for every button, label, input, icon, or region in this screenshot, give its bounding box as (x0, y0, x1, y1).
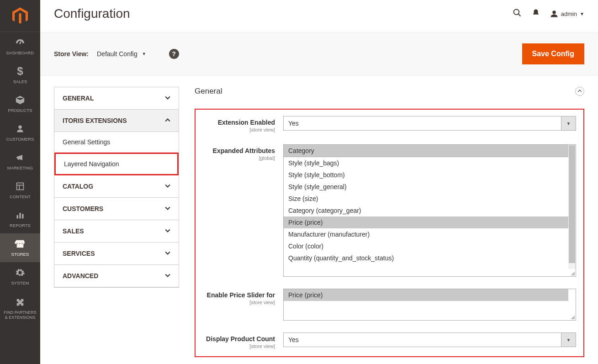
header-actions: admin ▼ (513, 8, 584, 20)
scrollbar[interactable] (568, 145, 576, 276)
chevron-down-icon (165, 206, 170, 212)
svg-rect-3 (17, 183, 24, 190)
field-expanded-attributes: Expanded Attributes [global] CategorySty… (196, 144, 576, 277)
notifications-icon[interactable] (532, 8, 540, 20)
chevron-down-icon: ▼ (561, 116, 576, 131)
sidebar-item-label: STORES (11, 252, 29, 257)
magento-logo[interactable] (0, 0, 40, 32)
store-view-switcher[interactable]: Default Config ▼ (97, 50, 146, 58)
multiselect-option[interactable]: Manufacturer (manufacturer) (284, 228, 568, 240)
field-price-slider: Enable Price Slider for [store view] Pri… (196, 289, 576, 321)
chevron-down-icon: ▼ (580, 11, 584, 16)
svg-point-9 (513, 9, 519, 15)
field-scope: [global] (196, 155, 275, 161)
sidebar-item-label: REPORTS (10, 223, 31, 228)
tab-label: SERVICES (63, 250, 95, 257)
magento-logo-icon (12, 7, 28, 25)
sidebar-item-dashboard[interactable]: DASHBOARD (0, 32, 40, 61)
field-label-text: Display Product Count (206, 335, 275, 343)
page-header: Configuration admin ▼ (40, 0, 598, 32)
sidebar-item-label: FIND PARTNERS & EXTENSIONS (4, 310, 37, 320)
tab-label: ADVANCED (63, 272, 98, 280)
product-count-select[interactable]: Yes ▼ (283, 332, 576, 347)
general-fieldset: Extension Enabled [store view] Yes ▼ Exp… (195, 109, 584, 357)
svg-rect-7 (19, 213, 21, 219)
main-content: Configuration admin ▼ Store View: Defaul… (40, 0, 598, 364)
svg-point-11 (552, 11, 556, 14)
collapse-icon[interactable] (575, 87, 584, 96)
config-tab-itoris-extensions[interactable]: ITORIS EXTENSIONS (54, 110, 179, 132)
config-tab-customers[interactable]: CUSTOMERS (54, 198, 179, 220)
sidebar-item-marketing[interactable]: MARKETING (0, 147, 40, 176)
chevron-up-icon (165, 117, 170, 124)
help-icon[interactable]: ? (169, 49, 179, 59)
store-icon (15, 238, 26, 250)
username-label: admin (561, 11, 577, 17)
multiselect-option[interactable]: Color (color) (284, 240, 568, 252)
tab-label: ITORIS EXTENSIONS (63, 117, 127, 124)
multiselect-option[interactable]: Size (size) (284, 193, 568, 205)
select-value: Yes (283, 116, 561, 131)
config-tab-services[interactable]: SERVICES (54, 243, 179, 265)
select-value: Yes (283, 332, 561, 347)
svg-rect-6 (17, 215, 18, 219)
tab-label: CATALOG (63, 183, 93, 190)
config-subitem-layered-navigation[interactable]: Layered Navigation (54, 153, 179, 175)
svg-line-10 (518, 14, 520, 16)
tab-label: SALES (63, 227, 84, 235)
section-header[interactable]: General (195, 87, 584, 96)
person-icon (16, 123, 24, 135)
multiselect-option[interactable]: Category (284, 145, 568, 157)
field-scope: [store view] (196, 343, 275, 349)
multiselect-option[interactable]: Style (style_bags) (284, 157, 568, 169)
tab-label: CUSTOMERS (63, 205, 103, 212)
user-menu[interactable]: admin ▼ (550, 10, 584, 18)
sidebar-item-products[interactable]: PRODUCTS (0, 90, 40, 118)
store-view-label: Store View: (54, 50, 89, 58)
sidebar-item-find[interactable]: FIND PARTNERS & EXTENSIONS (0, 291, 40, 326)
megaphone-icon (15, 152, 25, 164)
expanded-attributes-multiselect[interactable]: CategoryStyle (style_bags)Style (style_b… (283, 144, 576, 277)
sidebar-item-stores[interactable]: STORES (0, 233, 40, 262)
chevron-down-icon (165, 273, 170, 280)
config-tab-general[interactable]: GENERAL (54, 87, 179, 110)
layout-icon (16, 180, 25, 192)
sidebar-item-label: MARKETING (7, 165, 33, 170)
multiselect-option[interactable]: Quantity (quantity_and_stock_status) (284, 252, 568, 264)
admin-sidebar: DASHBOARD$SALESPRODUCTSCUSTOMERSMARKETIN… (0, 0, 40, 364)
sidebar-item-content[interactable]: CONTENT (0, 176, 40, 205)
box-icon (15, 94, 25, 106)
chevron-down-icon: ▼ (142, 52, 146, 56)
svg-point-2 (18, 126, 22, 129)
puzzle-icon (15, 296, 25, 308)
sidebar-item-sales[interactable]: $SALES (0, 61, 40, 90)
dollar-icon: $ (17, 65, 23, 77)
config-tab-catalog[interactable]: CATALOG (54, 175, 179, 198)
config-tab-advanced[interactable]: ADVANCED (54, 265, 179, 287)
resize-handle[interactable] (568, 269, 576, 276)
chevron-down-icon (165, 250, 170, 257)
field-label-text: Extension Enabled (218, 119, 275, 126)
sidebar-item-reports[interactable]: REPORTS (0, 205, 40, 233)
save-config-button[interactable]: Save Config (522, 43, 584, 64)
sidebar-item-system[interactable]: SYSTEM (0, 262, 40, 291)
multiselect-option[interactable]: Category (category_gear) (284, 205, 568, 216)
config-subitem-general-settings[interactable]: General Settings (54, 132, 179, 153)
chevron-down-icon (165, 183, 170, 190)
multiselect-option[interactable]: Price (price) (284, 216, 568, 228)
field-scope: [store view] (196, 300, 275, 305)
multiselect-option[interactable]: Style (style_bottom) (284, 169, 568, 181)
sidebar-item-label: PRODUCTS (8, 108, 32, 113)
sidebar-item-customers[interactable]: CUSTOMERS (0, 118, 40, 147)
search-icon[interactable] (513, 8, 522, 20)
page-toolbar: Store View: Default Config ▼ ? Save Conf… (40, 32, 598, 76)
price-slider-multiselect[interactable]: Price (price) (283, 289, 576, 321)
store-view-value: Default Config (97, 50, 138, 58)
config-tab-sales[interactable]: SALES (54, 220, 179, 243)
multiselect-option[interactable]: Style (style_general) (284, 181, 568, 193)
multiselect-option[interactable]: Price (price) (284, 289, 568, 301)
extension-enabled-select[interactable]: Yes ▼ (283, 116, 576, 131)
field-scope: [store view] (196, 127, 275, 132)
chevron-down-icon (165, 228, 170, 235)
resize-handle[interactable] (568, 313, 576, 320)
